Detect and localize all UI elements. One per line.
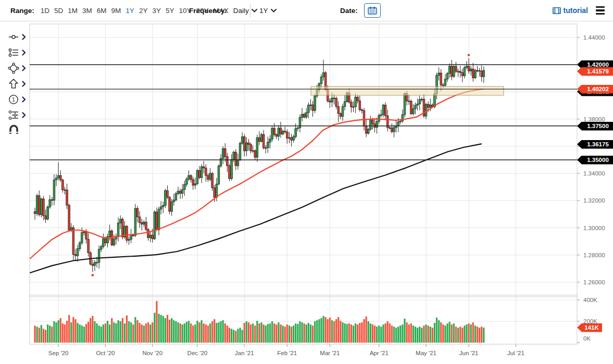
fibonacci-tool[interactable] — [8, 109, 26, 121]
y-axis-label: 1.30000 — [583, 225, 605, 231]
range-button-1y[interactable]: 1Y — [126, 7, 134, 15]
price-chart-canvas[interactable]: 1.440001.420001.400001.380001.360001.340… — [0, 21, 613, 364]
y-axis-label: 1.44000 — [583, 34, 605, 41]
x-axis-label: Oct '20 — [96, 350, 115, 356]
frequency-value: Daily — [233, 7, 249, 15]
volume-axis-label: 0K — [583, 335, 591, 342]
tutorial-link[interactable]: tutorial — [553, 6, 588, 15]
range-button-5d[interactable]: 5D — [54, 7, 63, 15]
range-button-1m[interactable]: 1M — [68, 7, 78, 15]
y-axis-label: 1.34000 — [583, 170, 605, 177]
tutorial-label: tutorial — [564, 6, 588, 15]
chevron-right-icon — [22, 34, 26, 40]
y-axis-label: 1.26000 — [583, 279, 605, 285]
range-button-6m[interactable]: 6M — [97, 7, 107, 15]
annotation-list-tool[interactable] — [8, 47, 26, 58]
annotation-list-tool-icon — [8, 47, 19, 58]
top-toolbar: Range: 1D5D1M3M6M9M1Y2Y3Y5Y10Y20YMAX Fre… — [0, 0, 613, 21]
price-badge: 1.41579 — [577, 67, 613, 76]
magnet-tool-icon — [8, 124, 19, 135]
period-value: 1Y — [259, 7, 268, 15]
frequency-dropdown[interactable]: Daily — [233, 7, 257, 15]
svg-text:1: 1 — [12, 96, 15, 103]
price-badge: 1.40202 — [577, 85, 613, 94]
date-picker-button[interactable] — [364, 3, 381, 18]
y-axis-label: 1.32000 — [583, 197, 605, 204]
charting-app: Range: 1D5D1M3M6M9M1Y2Y3Y5Y10Y20YMAX Fre… — [0, 0, 613, 364]
number-label-tool-icon: 1 — [8, 94, 19, 105]
x-axis-label: Jun '21 — [459, 350, 479, 356]
film-icon — [553, 7, 561, 14]
range-button-5y[interactable]: 5Y — [166, 7, 174, 15]
x-axis-label: May '21 — [416, 350, 436, 356]
x-axis-label: Nov '20 — [142, 350, 162, 356]
price-badge: 1.37500 — [577, 122, 613, 131]
range-button-3m[interactable]: 3M — [82, 7, 92, 15]
period-group: 1Y — [259, 0, 277, 21]
x-axis-label: Dec '20 — [187, 350, 208, 356]
magnet-tool[interactable] — [8, 124, 19, 135]
trendline-tool[interactable] — [8, 31, 26, 43]
price-badge: 1.35000 — [577, 156, 613, 165]
date-label: Date: — [340, 7, 358, 15]
calendar-icon — [368, 6, 377, 15]
date-group: Date: — [340, 0, 381, 21]
chevron-right-icon — [22, 49, 26, 56]
x-axis-label: Sep '20 — [48, 350, 69, 356]
arrow-tool[interactable] — [8, 78, 26, 90]
menu-icon[interactable] — [595, 5, 606, 16]
x-axis-label: Jan '21 — [235, 350, 254, 356]
chevron-right-icon — [22, 112, 26, 118]
range-button-9m[interactable]: 9M — [111, 7, 121, 15]
x-axis-label: Apr '21 — [370, 350, 389, 356]
shapes-tool[interactable] — [8, 62, 26, 74]
range-button-3y[interactable]: 3Y — [152, 7, 161, 15]
toolbar-right-group: tutorial — [553, 0, 606, 21]
x-axis-label: Feb '21 — [277, 350, 297, 356]
price-badge: 1.36175 — [577, 140, 613, 149]
range-button-2y[interactable]: 2Y — [139, 7, 148, 15]
number-label-tool[interactable]: 1 — [8, 94, 26, 105]
period-dropdown[interactable]: 1Y — [259, 7, 277, 15]
range-label: Range: — [10, 7, 34, 15]
y-axis-label: 1.38000 — [583, 116, 605, 122]
fibonacci-tool-icon — [8, 109, 19, 121]
frequency-label: Frequency: — [189, 7, 227, 15]
frequency-group: Frequency: Daily — [189, 0, 257, 21]
volume-axis-label: 400K — [583, 297, 597, 303]
x-axis-label: Mar '21 — [320, 350, 340, 356]
drawing-tools-sidebar: 1 — [0, 21, 29, 364]
trendline-tool-icon — [8, 31, 19, 43]
x-axis-label: Jul '21 — [507, 350, 524, 356]
price-badge: 141K — [577, 323, 602, 332]
chevron-down-icon — [252, 9, 257, 12]
y-axis-label: 1.28000 — [583, 252, 605, 258]
shapes-tool-icon — [8, 62, 19, 74]
chevron-down-icon — [271, 9, 277, 12]
toolbar-separator — [250, 4, 251, 17]
chevron-right-icon — [22, 65, 26, 71]
chevron-right-icon — [22, 96, 26, 103]
chevron-right-icon — [22, 81, 26, 87]
range-button-1d[interactable]: 1D — [41, 7, 49, 15]
arrow-tool-icon — [8, 78, 19, 90]
